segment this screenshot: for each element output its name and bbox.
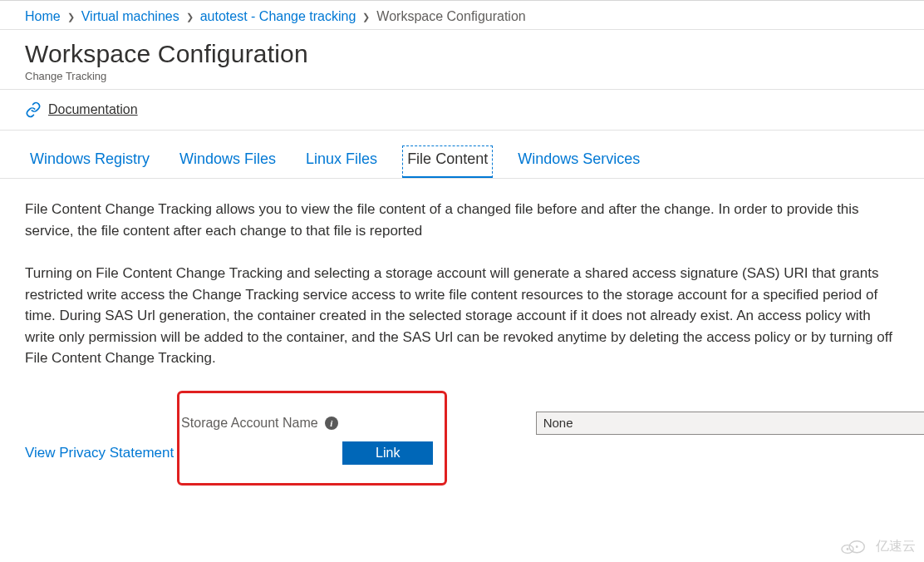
storage-account-row: Storage Account Name i — [181, 412, 433, 435]
breadcrumb: Home ❯ Virtual machines ❯ autotest - Cha… — [0, 1, 924, 30]
intro-paragraph-2: Turning on File Content Change Tracking … — [25, 263, 899, 369]
storage-account-highlight: Storage Account Name i Link — [177, 391, 447, 486]
cloud-icon — [836, 537, 871, 555]
breadcrumb-autotest-change-tracking[interactable]: autotest - Change tracking — [200, 9, 356, 24]
watermark-text: 亿速云 — [876, 538, 916, 555]
page-title: Workspace Configuration — [25, 40, 899, 68]
link-icon — [25, 101, 42, 118]
info-icon[interactable]: i — [325, 417, 338, 430]
breadcrumb-virtual-machines[interactable]: Virtual machines — [81, 9, 179, 24]
link-button[interactable]: Link — [342, 441, 433, 465]
storage-account-input[interactable] — [536, 412, 924, 435]
chevron-right-icon: ❯ — [186, 12, 194, 22]
tab-windows-registry[interactable]: Windows Registry — [25, 145, 155, 178]
page-header: Workspace Configuration Change Tracking — [0, 30, 924, 90]
svg-point-2 — [847, 548, 849, 550]
tabs: Windows Registry Windows Files Linux Fil… — [0, 131, 924, 179]
storage-account-label: Storage Account Name — [181, 416, 318, 431]
chevron-right-icon: ❯ — [67, 12, 75, 22]
main-content: File Content Change Tracking allows you … — [0, 179, 924, 501]
tab-file-content[interactable]: File Content — [402, 145, 493, 178]
tab-linux-files[interactable]: Linux Files — [301, 145, 382, 178]
intro-paragraph-1: File Content Change Tracking allows you … — [25, 199, 899, 241]
breadcrumb-home[interactable]: Home — [25, 9, 61, 24]
watermark: 亿速云 — [836, 537, 916, 555]
chevron-right-icon: ❯ — [362, 12, 370, 22]
documentation-link[interactable]: Documentation — [48, 102, 138, 117]
page-subtitle: Change Tracking — [25, 70, 899, 82]
tab-windows-services[interactable]: Windows Services — [513, 145, 645, 178]
documentation-row: Documentation — [0, 90, 924, 131]
breadcrumb-current: Workspace Configuration — [376, 9, 525, 24]
svg-point-3 — [856, 545, 858, 548]
tab-windows-files[interactable]: Windows Files — [174, 145, 281, 178]
privacy-statement-link[interactable]: View Privacy Statement — [25, 445, 174, 461]
